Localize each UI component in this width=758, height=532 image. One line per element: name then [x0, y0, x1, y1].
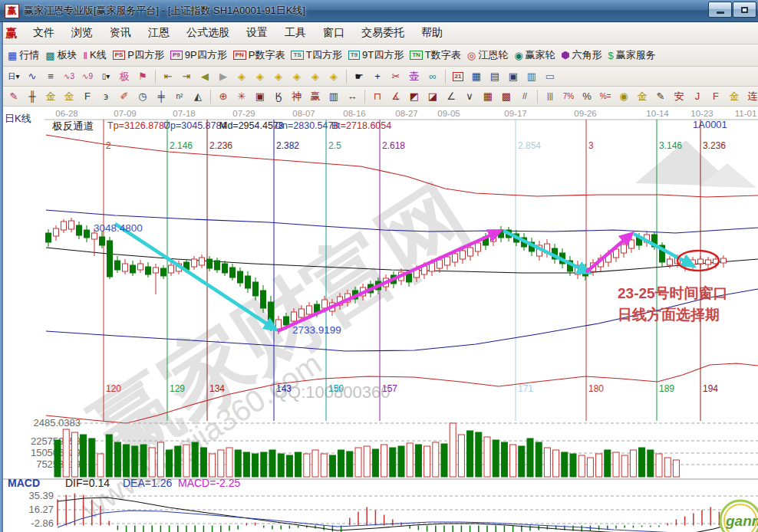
fan-dark-tool[interactable]: ◪: [423, 87, 442, 105]
minimize-button[interactable]: [708, 2, 732, 18]
candle-body: [230, 268, 236, 277]
wave3-tool[interactable]: ∿3: [60, 67, 78, 85]
save-scheme-button[interactable]: ▥: [522, 67, 541, 85]
compass-tool[interactable]: ⊕: [214, 87, 232, 105]
toolbar-button-p-square[interactable]: PSP四方形: [113, 48, 164, 62]
candle-body: [207, 259, 213, 268]
n-square-tool[interactable]: n²: [170, 87, 189, 105]
zigzag-tool[interactable]: ∿: [23, 67, 41, 85]
v-lines-tool[interactable]: ∨: [460, 87, 479, 105]
brush2-tool[interactable]: ✎: [651, 87, 670, 105]
gold-angle-tool[interactable]: 金: [725, 87, 743, 105]
menu-item-file[interactable]: 文件: [25, 24, 63, 42]
menu-item-window[interactable]: 窗口: [315, 24, 353, 42]
toolbar-button-sectors[interactable]: ▩板块: [45, 48, 77, 62]
compress-horizontal-button[interactable]: ◈: [288, 67, 306, 85]
info-panel-button[interactable]: ≡: [41, 67, 60, 85]
expand-horizontal-button[interactable]: ◈: [269, 67, 288, 85]
gold-lines-tool[interactable]: 金: [633, 87, 651, 105]
toolbar-button-9p-square[interactable]: P99P四方形: [170, 48, 227, 62]
menu-item-settings[interactable]: 设置: [238, 24, 276, 42]
chart-canvas[interactable]: 赢家财富网www.yingjia360.comQQ:100800360 06-2…: [0, 107, 758, 532]
f-angle-tool[interactable]: F: [707, 87, 725, 105]
red-grid-tool[interactable]: ▦: [479, 87, 497, 105]
period-selector[interactable]: 日▾: [5, 67, 23, 85]
toolbar-button-t-square[interactable]: TST四方形: [291, 48, 341, 62]
menu-item-help[interactable]: 帮助: [413, 24, 451, 42]
toolbar-button-p-number-table[interactable]: PNP数字表: [233, 48, 285, 62]
fan-lines-tool[interactable]: ∡: [387, 87, 405, 105]
chart-area[interactable]: 赢家财富网www.yingjia360.comQQ:100800360 06-2…: [0, 107, 758, 532]
kite-tool[interactable]: ◭: [189, 87, 207, 105]
angle-lines-tool[interactable]: ∠: [442, 87, 460, 105]
spiral-tool[interactable]: ϶: [97, 87, 115, 105]
percent-tool[interactable]: %: [578, 87, 596, 105]
fan-square-tool[interactable]: ◩: [405, 87, 423, 105]
percent7-tool[interactable]: 7%: [559, 87, 578, 105]
menu-item-browse[interactable]: 浏览: [63, 24, 101, 42]
titlebar[interactable]: 赢 赢家江恩专业版[赢家服务平台] - [上证指数 SH1A0001-91日K线…: [0, 0, 758, 22]
grid-chart-tool[interactable]: ▩: [497, 87, 516, 105]
k-mark-tool[interactable]: Ӄ: [269, 87, 288, 105]
hand-tool[interactable]: ☛: [350, 67, 368, 85]
price-box-tool[interactable]: ⊓: [368, 87, 387, 105]
save-button[interactable]: ▣: [504, 67, 522, 85]
width-measure-tool[interactable]: ↔: [343, 87, 361, 105]
next-bar-button[interactable]: ▶: [214, 67, 232, 85]
trend-tool[interactable]: 连: [743, 87, 758, 105]
toolbar-button-winner-wheel[interactable]: ◉赢家轮: [514, 48, 555, 62]
maximize-button[interactable]: [733, 2, 756, 18]
shen-grid-tool[interactable]: 神: [288, 87, 306, 105]
line-ruler-tool[interactable]: ╪: [152, 87, 170, 105]
multi-line-tool[interactable]: ╫: [23, 87, 41, 105]
zoom-out-button[interactable]: ◈: [325, 67, 343, 85]
flag-tool[interactable]: ⚑: [133, 67, 152, 85]
prev-bar-button[interactable]: ◀: [196, 67, 214, 85]
candle-style-selector[interactable]: ▯▾: [97, 67, 115, 85]
menu-item-tools[interactable]: 工具: [276, 24, 315, 42]
ruler-123-tool[interactable]: ▥: [325, 87, 343, 105]
an-grid-tool[interactable]: 安: [670, 87, 688, 105]
shift-right-button[interactable]: ◈: [251, 67, 269, 85]
teapot-tool[interactable]: 壶: [405, 67, 423, 85]
menu-item-trading[interactable]: 交易委托: [353, 24, 413, 42]
star-tool[interactable]: ✳: [232, 87, 251, 105]
toolbar-button-winner-service[interactable]: $赢家服务: [608, 48, 656, 62]
pen-tool[interactable]: ✎: [5, 87, 23, 105]
menu-item-gann[interactable]: 江恩: [140, 24, 178, 42]
jifan-channel-button[interactable]: 极: [115, 67, 133, 85]
parallel-lines-tool[interactable]: //: [516, 87, 534, 105]
gold-grid-tool[interactable]: 金: [41, 87, 60, 105]
square-target-tool[interactable]: ▣: [251, 87, 269, 105]
toolbar-button-kline[interactable]: ‖K线: [84, 48, 107, 62]
toolbar-button-gann-wheel[interactable]: ◎江恩轮: [467, 48, 508, 62]
knot-tool[interactable]: ∞: [423, 67, 442, 85]
angle-measure-tool[interactable]: ✂: [387, 67, 405, 85]
bars-tool[interactable]: |||: [541, 87, 559, 105]
data-export-button[interactable]: ▭: [541, 67, 559, 85]
notes-button[interactable]: ▤: [486, 67, 504, 85]
toolbar-button-quotes[interactable]: ▦行情: [8, 48, 39, 62]
toolbar-button-9t-square[interactable]: T99T四方形: [348, 48, 404, 62]
ying-grid-tool[interactable]: 赢: [306, 87, 325, 105]
menu-item-formula-picker[interactable]: 公式选股: [178, 24, 238, 42]
toolbar-button-t-number-table[interactable]: TNT数字表: [410, 48, 461, 62]
percent-lines-tool[interactable]: %=: [596, 87, 615, 105]
toolbar-button-hexagon[interactable]: 六角形: [562, 48, 602, 62]
last-bar-button[interactable]: ⇥: [177, 67, 196, 85]
j-angle-tool[interactable]: J: [688, 87, 707, 105]
f-grid-tool[interactable]: F: [78, 87, 97, 105]
zoom-in-button[interactable]: ◈: [306, 67, 325, 85]
calculator-button[interactable]: ▦: [467, 67, 486, 85]
shift-left-button[interactable]: ◈: [232, 67, 251, 85]
first-bar-button[interactable]: ⇤: [159, 67, 177, 85]
crosshair-tool[interactable]: +: [368, 67, 387, 85]
time-circle-tool[interactable]: ◷: [133, 87, 152, 105]
gold-circle-tool[interactable]: ◉: [615, 87, 633, 105]
brush-tool[interactable]: ✐: [115, 87, 133, 105]
macd-dea-line: [58, 511, 737, 532]
menu-item-news[interactable]: 资讯: [101, 24, 140, 42]
wave9-tool[interactable]: ∿9: [78, 67, 97, 85]
gold-grid2-tool[interactable]: 金: [60, 87, 78, 105]
calendar-button[interactable]: 21: [449, 67, 467, 85]
